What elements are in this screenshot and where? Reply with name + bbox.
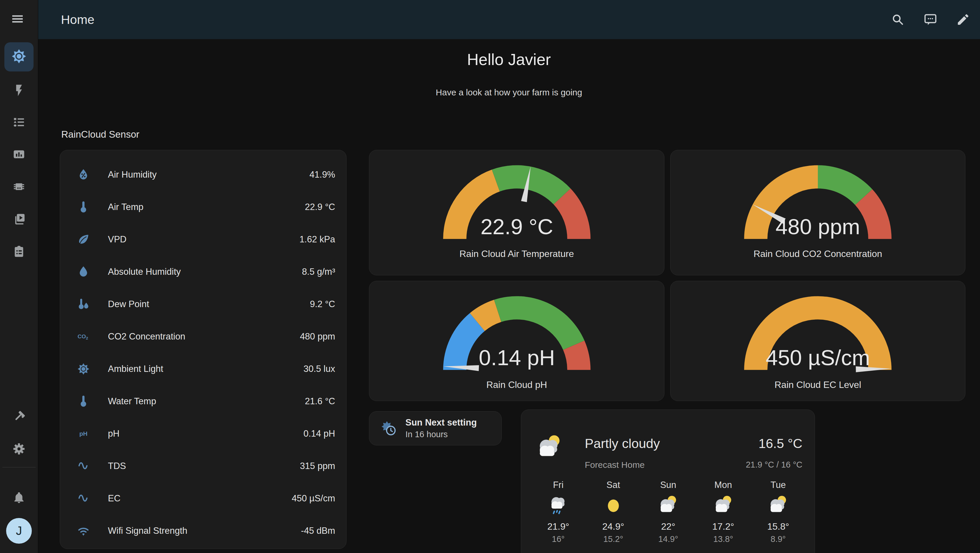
forecast-high: 17.2° <box>700 521 747 532</box>
sensor-row-ec[interactable]: EC450 µS/cm <box>60 482 346 515</box>
forecast-low: 13.8° <box>700 534 747 544</box>
sidebar-item-developer-tools[interactable] <box>12 410 26 424</box>
sidebar-item-devices[interactable] <box>12 180 26 194</box>
sidebar-item-logbook[interactable] <box>12 115 26 129</box>
sensor-value: 41.9% <box>309 170 335 180</box>
sensor-value: 9.2 °C <box>310 299 336 310</box>
wave-icon <box>76 459 91 473</box>
forecast-day-fri: Fri21.9°16° <box>535 480 582 544</box>
sensor-label: EC <box>108 493 121 504</box>
sensor-label: Air Temp <box>108 202 143 212</box>
gauge-dial: 0.14 pH <box>439 292 594 373</box>
forecast-low: 8.9° <box>755 534 802 544</box>
forecast-day-label: Sat <box>590 480 637 490</box>
sensor-label: pH <box>108 429 119 439</box>
ph-icon: pH <box>76 427 91 441</box>
gauge-dial: 480 ppm <box>740 161 896 242</box>
search-icon[interactable] <box>891 13 905 27</box>
gauge-dial: 450 µS/cm <box>740 292 896 373</box>
sensor-row-wifi-signal-strength[interactable]: Wifi Signal Strength-45 dBm <box>60 515 346 547</box>
forecast-day-tue: Tue15.8°8.9° <box>755 480 802 544</box>
weather-temperature: 16.5 °C <box>758 436 802 451</box>
app-header: Home <box>38 0 980 39</box>
overview-sun-icon <box>11 48 27 66</box>
sensor-label: TDS <box>108 461 126 471</box>
sensor-row-co2-concentration[interactable]: CO2CO2 Concentration480 ppm <box>60 320 346 353</box>
sidebar-item-energy[interactable] <box>12 83 26 97</box>
edit-dashboard-icon[interactable] <box>956 13 970 27</box>
gauge-card-air-temperature[interactable]: 22.9 °CRain Cloud Air Temperature <box>369 150 664 275</box>
sensor-value: 315 ppm <box>300 461 335 471</box>
water-percent-icon <box>76 168 91 182</box>
sensor-label: Air Humidity <box>108 170 157 180</box>
notifications-bell-icon[interactable] <box>12 491 26 505</box>
sensor-row-air-humidity[interactable]: Air Humidity41.9% <box>60 158 346 191</box>
forecast-low: 15.2° <box>590 534 637 544</box>
gauge-card-co2-concentration[interactable]: 480 ppmRain Cloud CO2 Concentration <box>670 150 966 275</box>
weather-high-low: 21.9 °C / 16 °C <box>746 460 802 470</box>
sidebar-item-todo-lists[interactable] <box>12 245 26 258</box>
brightness-icon <box>76 362 91 376</box>
menu-icon[interactable] <box>11 12 24 26</box>
thermometer-icon <box>76 394 91 408</box>
svg-text:0.14 pH: 0.14 pH <box>479 346 555 370</box>
sensor-value: 450 µS/cm <box>292 493 335 504</box>
avatar[interactable]: J <box>6 518 32 543</box>
forecast-day-mon: Mon17.2°13.8° <box>700 480 747 544</box>
gauge-dial: 22.9 °C <box>439 161 594 242</box>
sun-next-setting-card[interactable]: Sun Next setting In 16 hours <box>369 411 502 445</box>
sun-clock-icon <box>380 420 397 437</box>
section-label: RainCloud Sensor <box>61 129 139 140</box>
sensor-row-vpd[interactable]: VPD1.62 kPa <box>60 223 346 256</box>
thermometer-icon <box>76 200 91 214</box>
sensor-value: 480 ppm <box>300 331 335 342</box>
gauge-name: Rain Cloud CO2 Concentration <box>671 248 965 259</box>
sensor-label: Wifi Signal Strength <box>108 526 187 536</box>
forecast-day-label: Mon <box>700 480 747 490</box>
sun-card-title: Sun Next setting <box>406 417 477 428</box>
forecast-high: 24.9° <box>590 521 637 532</box>
weather-subtitle: Forecast Home <box>585 460 644 470</box>
weather-forecast-card[interactable]: Partly cloudy Forecast Home 16.5 °C 21.9… <box>521 410 815 553</box>
svg-text:450 µS/cm: 450 µS/cm <box>766 346 870 370</box>
sensor-row-air-temp[interactable]: Air Temp22.9 °C <box>60 191 346 223</box>
sensor-label: VPD <box>108 234 127 245</box>
thermometer-water-icon <box>76 297 91 311</box>
sensor-row-ambient-light[interactable]: Ambient Light30.5 lux <box>60 353 346 385</box>
wifi-icon <box>76 524 91 538</box>
sensor-row-dew-point[interactable]: Dew Point9.2 °C <box>60 288 346 320</box>
forecast-high: 15.8° <box>755 521 802 532</box>
gauge-card-ec-level[interactable]: 450 µS/cmRain Cloud EC Level <box>670 281 966 401</box>
partly-weather-icon <box>655 493 681 518</box>
svg-text:22.9 °C: 22.9 °C <box>480 215 553 239</box>
sidebar-item-settings[interactable] <box>12 442 26 456</box>
sidebar-item-history[interactable] <box>12 147 26 161</box>
gauge-card-ph[interactable]: 0.14 pHRain Cloud pH <box>369 281 664 401</box>
sensor-value: 8.5 g/m³ <box>302 267 335 277</box>
weather-condition: Partly cloudy <box>585 436 660 451</box>
sensor-list-card: Air Humidity41.9%Air Temp22.9 °CVPD1.62 … <box>60 150 347 549</box>
sidebar-item-media-browser[interactable] <box>12 212 26 226</box>
sensor-label: Absolute Humidity <box>108 267 181 277</box>
forecast-day-label: Fri <box>535 480 582 490</box>
gauge-name: Rain Cloud Air Temperature <box>369 248 664 259</box>
forecast-day-sun: Sun22°14.9° <box>645 480 692 544</box>
sidebar: J <box>0 0 38 553</box>
sensor-row-absolute-humidity[interactable]: Absolute Humidity8.5 g/m³ <box>60 256 346 288</box>
sidebar-divider <box>2 467 36 467</box>
sidebar-item-overview[interactable] <box>5 42 33 72</box>
sensor-row-tds[interactable]: TDS315 ppm <box>60 450 346 482</box>
forecast-day-label: Sun <box>645 480 692 490</box>
forecast-day-sat: Sat24.9°15.2° <box>590 480 637 544</box>
forecast-day-label: Tue <box>755 480 802 490</box>
gauge-name: Rain Cloud pH <box>369 380 664 390</box>
sensor-label: Ambient Light <box>108 364 163 374</box>
water-icon <box>76 265 91 279</box>
assist-chat-icon[interactable] <box>923 13 937 27</box>
sensor-row-water-temp[interactable]: Water Temp21.6 °C <box>60 385 346 417</box>
co2-icon: CO2 <box>76 330 91 343</box>
sensor-value: 1.62 kPa <box>299 234 335 245</box>
sensor-label: Water Temp <box>108 396 156 407</box>
forecast-row: Fri21.9°16°Sat24.9°15.2°Sun22°14.9°Mon17… <box>535 480 802 544</box>
sensor-row-ph[interactable]: pHpH0.14 pH <box>60 417 346 450</box>
